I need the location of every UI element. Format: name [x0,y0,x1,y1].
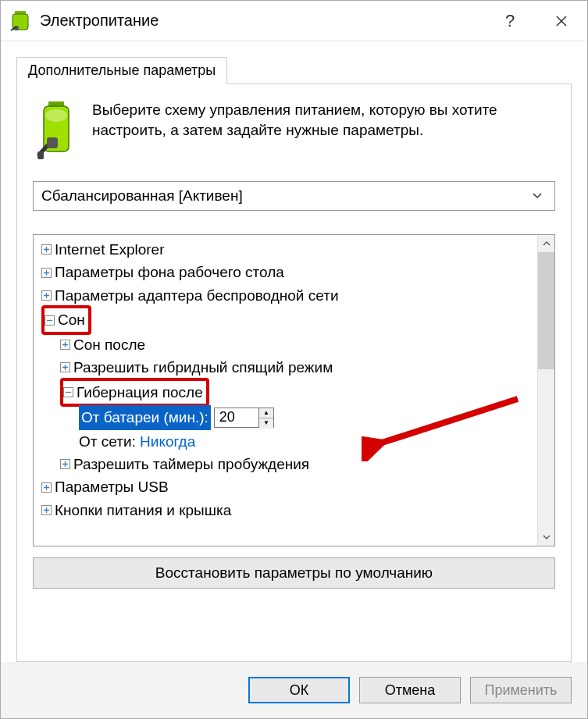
apply-button[interactable]: Применить [470,677,572,703]
tree-item-wifi[interactable]: Параметры адаптера беспроводной сети [37,284,536,307]
cancel-button[interactable]: Отмена [359,677,461,703]
svg-rect-8 [47,137,58,148]
tree-item-ie[interactable]: Internet Explorer [37,238,536,261]
svg-point-7 [45,109,67,122]
svg-rect-0 [15,11,26,14]
highlight-hibernate: Гибернация после [60,378,209,407]
on-battery-label: От батареи (мин.): [79,405,211,429]
minutes-spinner[interactable]: 20 ▲ ▼ [214,408,274,428]
restore-defaults-button[interactable]: Восстановить параметры по умолчанию [33,557,555,589]
minutes-value[interactable]: 20 [215,408,258,427]
expand-icon[interactable] [41,482,52,493]
power-options-dialog: Электропитание ? Дополнительные параметр… [0,0,588,719]
expand-icon[interactable] [60,362,70,372]
scroll-thumb[interactable] [538,252,554,369]
tree-item-hibernate[interactable]: Гибернация после [37,379,536,405]
expand-icon[interactable] [41,290,52,301]
tree-item-sleep-after[interactable]: Сон после [37,333,536,356]
plugged-value[interactable]: Никогда [140,430,195,453]
settings-tree[interactable]: Internet Explorer Параметры фона рабочег… [34,235,537,546]
window-title: Электропитание [40,12,484,30]
window-controls: ? [484,1,587,41]
tree-item-wake-timers[interactable]: Разрешить таймеры пробуждения [37,453,536,475]
close-button[interactable] [536,1,587,41]
svg-rect-9 [37,151,44,159]
expand-icon[interactable] [60,459,70,469]
tree-item-usb[interactable]: Параметры USB [37,475,536,498]
tree-item-desktop-bg[interactable]: Параметры фона рабочего стола [37,261,536,283]
tree-item-hybrid[interactable]: Разрешить гибридный спящий режим [37,356,536,379]
tree-item-on-battery[interactable]: От батареи (мин.): 20 ▲ ▼ [37,405,536,429]
ok-button[interactable]: ОК [248,677,350,703]
power-plan-select[interactable]: Сбалансированная [Активен] [33,181,555,211]
tab-advanced[interactable]: Дополнительные параметры [16,57,227,84]
tree-item-sleep[interactable]: Сон [37,307,536,333]
plan-name: Сбалансированная [Активен] [41,187,243,205]
intro-text: Выберите схему управления питанием, кото… [92,100,555,162]
spin-up-icon[interactable]: ▲ [259,408,273,418]
expand-icon[interactable] [60,340,70,350]
plugged-label: От сети: [79,430,136,453]
chevron-down-icon [533,190,547,201]
tree-item-plugged-in[interactable]: От сети: Никогда [37,430,536,453]
collapse-icon[interactable] [45,315,55,326]
highlight-sleep: Сон [41,305,91,334]
help-button[interactable]: ? [484,1,536,41]
collapse-icon[interactable] [63,387,73,397]
expand-icon[interactable] [41,505,52,515]
scroll-up-icon[interactable] [538,235,554,252]
scroll-down-icon[interactable] [538,529,554,546]
dialog-footer: ОК Отмена Применить [1,662,587,718]
battery-app-icon [9,9,32,33]
spin-down-icon[interactable]: ▼ [259,418,273,428]
expand-icon[interactable] [41,268,52,278]
titlebar: Электропитание ? [1,1,587,41]
advanced-panel: Выберите схему управления питанием, кото… [16,84,572,662]
svg-rect-4 [48,101,64,106]
settings-tree-container: Internet Explorer Параметры фона рабочег… [33,234,555,546]
battery-plug-icon [33,100,80,162]
tree-scrollbar[interactable] [537,235,554,546]
expand-icon[interactable] [41,244,52,254]
tree-item-power-buttons[interactable]: Кнопки питания и крышка [37,499,536,521]
